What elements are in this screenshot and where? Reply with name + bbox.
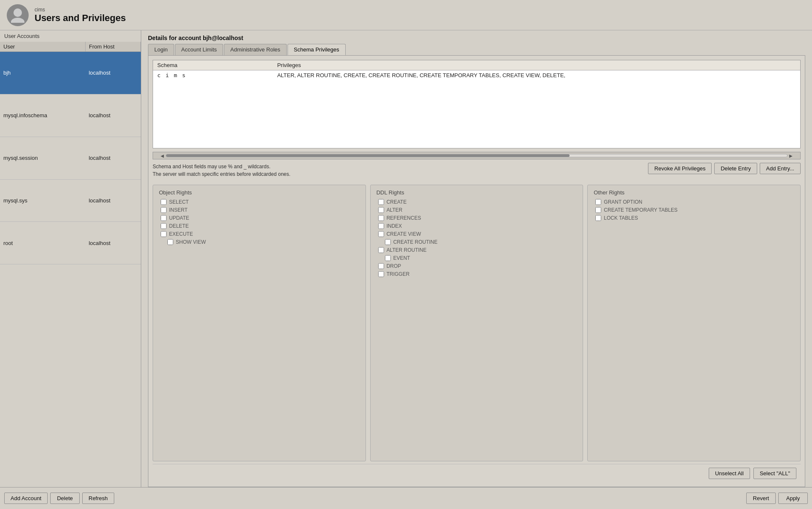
checkbox-references[interactable] <box>378 215 384 221</box>
checkbox-item-create-view: CREATE VIEW <box>376 231 577 237</box>
checkbox-item-create: CREATE <box>376 199 577 205</box>
checkbox-label: SHOW VIEW <box>176 239 206 245</box>
checkbox-create-view[interactable] <box>378 231 384 237</box>
header-username: cims <box>35 7 126 13</box>
col-host: From Host <box>85 42 140 52</box>
checkbox-grant-option[interactable] <box>595 199 601 205</box>
user-cell: mysql.infoschema <box>0 94 85 137</box>
svg-point-1 <box>11 18 24 23</box>
tab-schema_privileges[interactable]: Schema Privileges <box>288 44 346 55</box>
delete-entry-button[interactable]: Delete Entry <box>714 163 757 174</box>
add-account-button[interactable]: Add Account <box>4 493 48 504</box>
unselect-all-button[interactable]: Unselect All <box>709 468 750 479</box>
checkbox-item-index: INDEX <box>376 223 577 229</box>
checkbox-show-view[interactable] <box>167 239 173 245</box>
action-buttons-row: Revoke All Privileges Delete Entry Add E… <box>648 163 801 174</box>
schema-table: Schema Privileges c i m s ALTER, ALTER R… <box>153 60 800 80</box>
checkbox-item-trigger: TRIGGER <box>376 271 577 277</box>
left-panel: User Accounts User From Host bjh localho… <box>0 30 141 487</box>
checkbox-index[interactable] <box>378 223 384 229</box>
user-table: User From Host bjh localhost mysql.infos… <box>0 42 141 264</box>
checkbox-item-show-view: SHOW VIEW <box>159 239 360 245</box>
checkbox-label: DELETE <box>169 223 189 229</box>
user-cell: root <box>0 222 85 264</box>
select-all-button[interactable]: Select "ALL" <box>753 468 796 479</box>
schema-name-cell: c i m s <box>153 70 273 81</box>
checkbox-label: CREATE <box>387 199 407 205</box>
refresh-button[interactable]: Refresh <box>82 493 114 504</box>
checkbox-item-execute: EXECUTE <box>159 231 360 237</box>
schema-table-container: Schema Privileges c i m s ALTER, ALTER R… <box>153 60 801 148</box>
checkbox-select[interactable] <box>161 199 167 205</box>
tab-content: Schema Privileges c i m s ALTER, ALTER R… <box>148 55 805 487</box>
checkbox-item-select: SELECT <box>159 199 360 205</box>
scrollbar-area[interactable]: ◀ ▶ <box>153 152 801 159</box>
checkbox-trigger[interactable] <box>378 271 384 277</box>
checkbox-item-insert: INSERT <box>159 207 360 213</box>
scrollbar-thumb[interactable] <box>166 154 570 157</box>
left-panel-title: User Accounts <box>0 30 141 42</box>
add-entry-button[interactable]: Add Entry... <box>760 163 801 174</box>
host-cell: localhost <box>85 137 140 179</box>
revoke-all-button[interactable]: Revoke All Privileges <box>648 163 712 174</box>
checkbox-alter[interactable] <box>378 207 384 213</box>
tab-admin_roles[interactable]: Administrative Roles <box>224 44 287 55</box>
host-cell: localhost <box>85 52 140 94</box>
col-user: User <box>0 42 85 52</box>
checkbox-event[interactable] <box>385 255 391 261</box>
rights-bottom-bar: Unselect All Select "ALL" <box>153 464 801 482</box>
user-table-row[interactable]: mysql.session localhost <box>0 137 141 179</box>
host-cell: localhost <box>85 94 140 137</box>
checkbox-update[interactable] <box>161 215 167 221</box>
checkbox-label: ALTER <box>387 207 403 213</box>
checkbox-label: CREATE ROUTINE <box>393 239 438 245</box>
app-container: cims Users and Privileges User Accounts … <box>0 0 812 509</box>
checkbox-label: CREATE VIEW <box>387 231 421 237</box>
left-panel-spacer <box>0 264 141 487</box>
checkbox-create-temporary-tables[interactable] <box>595 207 601 213</box>
checkbox-item-alter: ALTER <box>376 207 577 213</box>
user-table-row[interactable]: mysql.infoschema localhost <box>0 94 141 137</box>
user-table-row[interactable]: mysql.sys localhost <box>0 179 141 222</box>
checkbox-label: LOCK TABLES <box>604 215 638 221</box>
checkbox-delete[interactable] <box>161 223 167 229</box>
checkbox-label: EXECUTE <box>169 231 193 237</box>
delete-button[interactable]: Delete <box>50 493 80 504</box>
main-layout: User Accounts User From Host bjh localho… <box>0 30 812 487</box>
right-panel: Details for account bjh@localhost LoginA… <box>141 30 812 487</box>
checkbox-label: ALTER ROUTINE <box>387 247 427 253</box>
schema-privileges-cell: ALTER, ALTER ROUTINE, CREATE, CREATE ROU… <box>273 70 800 81</box>
header-text: cims Users and Privileges <box>35 7 126 24</box>
user-table-row[interactable]: root localhost <box>0 222 141 264</box>
revert-button[interactable]: Revert <box>746 493 776 504</box>
scroll-left-icon[interactable]: ◀ <box>159 154 166 158</box>
other-rights-title: Other Rights <box>594 189 794 196</box>
schema-table-row[interactable]: c i m s ALTER, ALTER ROUTINE, CREATE, CR… <box>153 70 800 81</box>
checkbox-execute[interactable] <box>161 231 167 237</box>
app-bottom-bar: Add Account Delete Refresh Revert Apply <box>0 487 812 509</box>
checkbox-create-routine[interactable] <box>385 239 391 245</box>
other-rights-section: Other Rights GRANT OPTION CREATE TEMPORA… <box>587 185 801 461</box>
checkbox-item-delete: DELETE <box>159 223 360 229</box>
tab-account_limits[interactable]: Account Limits <box>175 44 223 55</box>
schema-col-privileges: Privileges <box>273 60 800 70</box>
checkbox-lock-tables[interactable] <box>595 215 601 221</box>
checkbox-label: UPDATE <box>169 215 189 221</box>
details-header: Details for account bjh@localhost <box>141 30 812 44</box>
user-table-row[interactable]: bjh localhost <box>0 52 141 94</box>
scrollbar-track[interactable] <box>166 154 788 157</box>
checkbox-alter-routine[interactable] <box>378 247 384 253</box>
checkbox-label: INDEX <box>387 223 402 229</box>
user-cell: mysql.session <box>0 137 85 179</box>
avatar <box>7 4 29 26</box>
checkbox-create[interactable] <box>378 199 384 205</box>
checkbox-item-update: UPDATE <box>159 215 360 221</box>
checkbox-insert[interactable] <box>161 207 167 213</box>
scroll-right-icon[interactable]: ▶ <box>788 154 794 158</box>
checkbox-drop[interactable] <box>378 263 384 269</box>
apply-button[interactable]: Apply <box>778 493 808 504</box>
schema-col-schema: Schema <box>153 60 273 70</box>
ddl-rights-title: DDL Rights <box>376 189 577 196</box>
rights-container: Object Rights SELECT INSERT UPDATE DELET… <box>153 185 801 461</box>
tab-login[interactable]: Login <box>148 44 174 55</box>
